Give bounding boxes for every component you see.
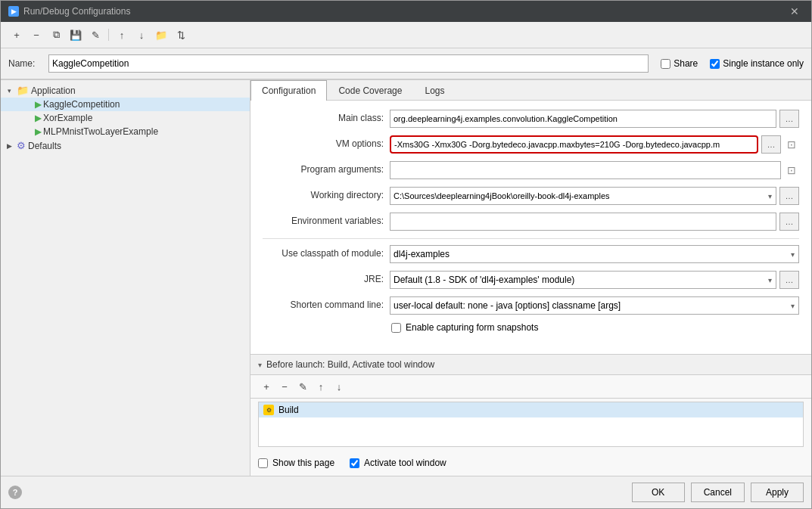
jre-row: JRE: Default (1.8 - SDK of 'dl4j-example… [263, 271, 799, 289]
close-button[interactable]: ✕ [786, 4, 804, 19]
vm-options-browse-button[interactable]: … [761, 135, 781, 154]
edit-templates-button[interactable]: ✎ [87, 26, 104, 43]
vm-options-control: … ⊡ [390, 135, 799, 154]
shorten-cmd-row: Shorten command line: user-local default… [263, 296, 799, 315]
build-item-label: Build [278, 405, 299, 415]
env-vars-browse-button[interactable]: … [779, 213, 799, 231]
env-vars-input[interactable] [390, 213, 776, 231]
main-content: ▾ 📁 Application ▶ KaggleCompetition ▶ Xo… [1, 80, 811, 476]
save-config-button[interactable]: 💾 [67, 26, 84, 43]
vm-options-input[interactable] [390, 135, 758, 154]
before-launch-down-button[interactable]: ↓ [331, 378, 347, 395]
classpath-module-label: Use classpath of module: [263, 245, 384, 259]
single-instance-label: Single instance only [723, 58, 804, 69]
working-dir-browse-button[interactable]: … [779, 187, 799, 205]
dialog-title: Run/Debug Configurations [23, 6, 130, 17]
name-input[interactable] [48, 54, 649, 73]
help-button[interactable]: ? [8, 486, 22, 499]
sidebar: ▾ 📁 Application ▶ KaggleCompetition ▶ Xo… [1, 80, 250, 476]
cancel-button[interactable]: Cancel [691, 483, 745, 502]
copy-config-button[interactable]: ⧉ [48, 26, 64, 43]
vm-options-wrapper [390, 135, 758, 154]
name-label: Name: [8, 58, 42, 69]
bottom-right-buttons: OK Cancel Apply [632, 483, 804, 502]
activate-window-checkbox[interactable] [350, 458, 359, 468]
main-class-browse-button[interactable]: … [779, 110, 799, 128]
enable-capture-checkbox[interactable] [391, 323, 401, 333]
sort-button[interactable]: ⇅ [173, 26, 189, 43]
jre-label: JRE: [263, 271, 384, 284]
before-launch-edit-button[interactable]: ✎ [294, 378, 311, 395]
classpath-module-wrapper: dl4j-examples [390, 245, 799, 263]
sidebar-item-kaggle[interactable]: ▶ KaggleCompetition [1, 98, 250, 111]
section-divider-1 [263, 238, 799, 239]
sidebar-item-xor[interactable]: ▶ XorExample [1, 111, 250, 125]
bottom-bar: ? OK Cancel Apply [1, 476, 811, 508]
title-bar: ▶ Run/Debug Configurations ✕ [1, 1, 811, 22]
share-checkbox[interactable] [661, 59, 670, 69]
before-launch-add-button[interactable]: + [258, 378, 275, 395]
folder-button[interactable]: 📁 [153, 26, 170, 43]
shorten-cmd-label: Shorten command line: [263, 296, 384, 310]
move-up-button[interactable]: ↑ [114, 26, 130, 43]
defaults-icon: ⚙ [17, 140, 26, 151]
expand-defaults-icon: ▶ [4, 141, 14, 151]
working-dir-input[interactable] [390, 187, 776, 205]
defaults-label: Defaults [28, 141, 61, 151]
before-launch-title: Before launch: Build, Activate tool wind… [266, 359, 434, 370]
sidebar-item-mlp[interactable]: ▶ MLPMnistTwoLayerExample [1, 125, 250, 138]
tree-area: ▾ 📁 Application ▶ KaggleCompetition ▶ Xo… [1, 80, 250, 476]
tab-code-coverage[interactable]: Code Coverage [327, 80, 413, 101]
show-page-row: Show this page [258, 458, 334, 468]
vm-options-expand-button[interactable]: ⊡ [784, 137, 799, 152]
sidebar-item-defaults[interactable]: ▶ ⚙ Defaults [1, 138, 250, 153]
tabs-bar: Configuration Code Coverage Logs [250, 80, 811, 101]
remove-config-button[interactable]: − [28, 26, 45, 43]
working-dir-wrapper [390, 187, 776, 205]
main-toolbar: + − ⧉ 💾 ✎ ↑ ↓ 📁 ⇅ [1, 22, 811, 48]
jre-select[interactable]: Default (1.8 - SDK of 'dl4j-examples' mo… [390, 271, 776, 289]
name-row: Name: Share Single instance only [1, 48, 811, 79]
working-dir-row: Working directory: … [263, 187, 799, 205]
enable-capture-row: Enable capturing form snapshots [263, 322, 799, 333]
jre-wrapper: Default (1.8 - SDK of 'dl4j-examples' mo… [390, 271, 776, 289]
program-args-label: Program arguments: [263, 161, 384, 175]
ok-button[interactable]: OK [632, 483, 685, 502]
env-vars-control: … [390, 213, 799, 231]
title-bar-left: ▶ Run/Debug Configurations [8, 6, 130, 17]
jre-browse-button[interactable]: … [779, 271, 799, 289]
shorten-cmd-control: user-local default: none - java [options… [390, 296, 799, 315]
application-group-label: Application [31, 85, 76, 96]
enable-capture-label: Enable capturing form snapshots [406, 322, 538, 333]
mlp-label: MLPMnistTwoLayerExample [43, 126, 158, 137]
program-args-expand-button[interactable]: ⊡ [784, 163, 799, 178]
before-launch-section: ▾ Before launch: Build, Activate tool wi… [250, 354, 811, 476]
toolbar-sep-1 [108, 29, 109, 41]
program-args-input[interactable] [390, 161, 781, 179]
add-config-button[interactable]: + [8, 26, 25, 43]
tab-logs[interactable]: Logs [413, 80, 456, 101]
mlp-expand [22, 126, 33, 137]
before-launch-list: ⚙ Build [258, 402, 804, 447]
main-class-control: … [390, 110, 799, 128]
before-launch-options: Show this page Activate tool window [250, 450, 811, 476]
shorten-cmd-select[interactable]: user-local default: none - java [options… [390, 296, 799, 315]
kaggle-expand [22, 99, 33, 110]
dialog-icon: ▶ [8, 6, 19, 17]
tab-configuration[interactable]: Configuration [250, 80, 327, 101]
single-instance-area: Single instance only [710, 58, 804, 69]
classpath-module-select[interactable]: dl4j-examples [390, 245, 799, 263]
activate-window-row: Activate tool window [350, 458, 446, 468]
apply-button[interactable]: Apply [751, 483, 804, 502]
sidebar-item-application[interactable]: ▾ 📁 Application [1, 83, 250, 98]
jre-control: Default (1.8 - SDK of 'dl4j-examples' mo… [390, 271, 799, 289]
launch-item-build[interactable]: ⚙ Build [259, 402, 803, 417]
move-down-button[interactable]: ↓ [133, 26, 150, 43]
share-label: Share [674, 58, 698, 69]
single-instance-checkbox[interactable] [710, 59, 720, 69]
main-class-input[interactable] [390, 110, 776, 128]
show-page-checkbox[interactable] [258, 458, 268, 468]
before-launch-up-button[interactable]: ↑ [313, 378, 329, 395]
before-launch-collapse-icon[interactable]: ▾ [258, 361, 262, 369]
before-launch-remove-button[interactable]: − [276, 378, 293, 395]
